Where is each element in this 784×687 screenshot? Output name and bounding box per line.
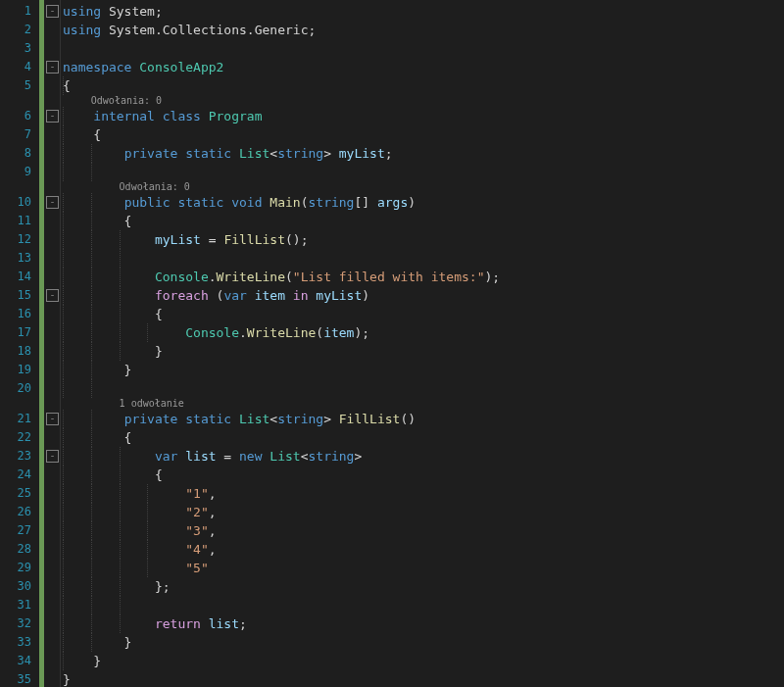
code-line[interactable]: {: [63, 466, 163, 484]
code-token: };: [63, 579, 171, 594]
code-line[interactable]: private static List<string> myList;: [63, 144, 393, 163]
line-number[interactable]: 24: [18, 466, 31, 484]
line-number[interactable]: 20: [18, 379, 31, 398]
code-line[interactable]: Console.WriteLine("List filled with item…: [63, 268, 500, 286]
line-number[interactable]: 32: [18, 614, 31, 633]
line-number[interactable]: 2: [24, 21, 31, 39]
code-line[interactable]: {: [63, 76, 71, 95]
code-line[interactable]: myList = FillList();: [63, 230, 308, 249]
line-number[interactable]: 33: [18, 633, 31, 652]
line-number[interactable]: 8: [24, 144, 31, 163]
fold-toggle[interactable]: -: [46, 413, 59, 425]
code-line[interactable]: {: [63, 212, 131, 230]
indent-guide: [120, 323, 121, 342]
code-line[interactable]: public static void Main(string[] args): [63, 193, 416, 212]
code-line[interactable]: Console.WriteLine(item);: [63, 323, 369, 342]
line-number-gutter[interactable]: 1234567891011121314151617181920212223242…: [0, 0, 39, 687]
code-line[interactable]: {: [63, 305, 163, 323]
line-number[interactable]: 35: [18, 670, 31, 687]
fold-toggle[interactable]: -: [46, 5, 59, 18]
code-line[interactable]: "1",: [63, 484, 217, 503]
codelens-reference[interactable]: Odwołania: 0: [120, 181, 190, 193]
line-number[interactable]: 17: [18, 323, 31, 342]
indent-guide: [63, 559, 64, 577]
line-number[interactable]: 30: [18, 577, 31, 596]
indent-guide: [147, 503, 148, 521]
line-number[interactable]: 11: [18, 212, 31, 230]
code-line[interactable]: internal class Program: [63, 107, 263, 125]
code-token: [63, 270, 155, 284]
line-number[interactable]: 5: [24, 76, 31, 95]
line-number[interactable]: 22: [18, 428, 31, 447]
code-line[interactable]: using System;: [63, 2, 163, 21]
line-number[interactable]: 29: [18, 559, 31, 577]
code-token: }: [63, 635, 131, 650]
code-line[interactable]: return list;: [63, 614, 247, 633]
line-number[interactable]: 16: [18, 305, 31, 323]
indent-guide: [63, 503, 64, 521]
line-number[interactable]: 31: [18, 596, 31, 614]
code-line[interactable]: using System.Collections.Generic;: [63, 21, 316, 39]
indent-guide: [120, 484, 121, 503]
codelens-reference[interactable]: 1 odwołanie: [120, 398, 184, 410]
line-number[interactable]: 3: [24, 39, 31, 58]
code-line[interactable]: }: [63, 652, 101, 670]
fold-toggle[interactable]: -: [46, 450, 59, 463]
indent-guide: [120, 249, 121, 268]
fold-gutter[interactable]: -------: [44, 0, 61, 687]
line-number[interactable]: 34: [18, 652, 31, 670]
indent-guide: [63, 540, 64, 559]
line-number[interactable]: 10: [18, 193, 31, 212]
code-line[interactable]: }: [63, 342, 163, 361]
line-number[interactable]: 21: [18, 410, 31, 428]
fold-toggle[interactable]: -: [46, 61, 59, 74]
line-number[interactable]: 26: [18, 503, 31, 521]
code-line[interactable]: }: [63, 670, 71, 687]
code-line[interactable]: };: [63, 577, 171, 596]
fold-toggle[interactable]: -: [46, 196, 59, 209]
indent-guide: [63, 342, 64, 361]
line-number[interactable]: 9: [24, 163, 31, 181]
line-number[interactable]: 13: [18, 249, 31, 268]
code-line[interactable]: private static List<string> FillList(): [63, 410, 416, 428]
line-number[interactable]: 12: [18, 230, 31, 249]
code-token: [63, 523, 185, 538]
fold-toggle[interactable]: -: [46, 289, 59, 302]
indent-guide: [120, 342, 121, 361]
line-number[interactable]: 15: [18, 286, 31, 305]
indent-guide: [63, 76, 64, 95]
code-line[interactable]: "4",: [63, 540, 217, 559]
code-line[interactable]: var list = new List<string>: [63, 447, 362, 466]
code-line[interactable]: "3",: [63, 521, 217, 540]
indent-guide: [63, 652, 64, 670]
line-number[interactable]: 6: [24, 107, 31, 125]
indent-guide: [147, 521, 148, 540]
code-line[interactable]: foreach (var item in myList): [63, 286, 369, 305]
fold-toggle[interactable]: -: [46, 110, 59, 123]
line-number[interactable]: 4: [24, 58, 31, 76]
code-line[interactable]: }: [63, 633, 131, 652]
line-number[interactable]: 14: [18, 268, 31, 286]
code-token: list: [185, 449, 216, 464]
line-number[interactable]: 7: [24, 125, 31, 144]
line-number[interactable]: 27: [18, 521, 31, 540]
code-line[interactable]: {: [63, 125, 101, 144]
code-editor[interactable]: 1234567891011121314151617181920212223242…: [0, 0, 784, 687]
code-area[interactable]: using System;using System.Collections.Ge…: [61, 0, 784, 687]
line-number[interactable]: 1: [24, 2, 31, 21]
line-number[interactable]: 19: [18, 361, 31, 379]
code-line[interactable]: }: [63, 361, 131, 379]
code-line[interactable]: "2",: [63, 503, 217, 521]
line-number[interactable]: 28: [18, 540, 31, 559]
code-token: internal class: [93, 109, 208, 123]
code-line[interactable]: namespace ConsoleApp2: [63, 58, 223, 76]
line-number[interactable]: 25: [18, 484, 31, 503]
codelens-reference[interactable]: Odwołania: 0: [91, 95, 162, 107]
line-number[interactable]: 18: [18, 342, 31, 361]
code-line[interactable]: "5": [63, 559, 209, 577]
code-token: return: [155, 616, 209, 631]
code-token: FillList: [223, 232, 285, 247]
code-line[interactable]: {: [63, 428, 131, 447]
line-number[interactable]: 23: [18, 447, 31, 466]
code-token: {: [63, 430, 131, 445]
